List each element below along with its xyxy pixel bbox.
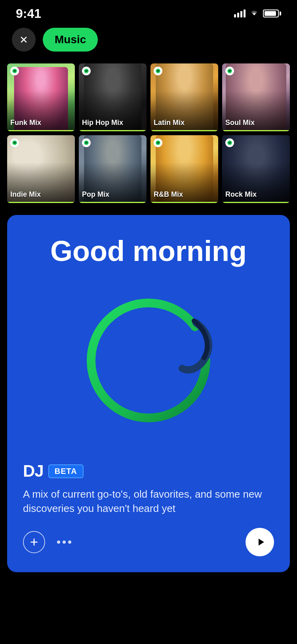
spotify-icon: [154, 138, 162, 147]
spotify-icon: [82, 138, 91, 147]
svg-point-8: [91, 303, 206, 418]
spotify-icon: [82, 67, 91, 75]
close-button[interactable]: [12, 28, 36, 52]
beta-badge: BETA: [48, 464, 84, 478]
mix-label-funk: Funk Mix: [7, 116, 75, 131]
mix-label-soul: Soul Mix: [222, 116, 290, 131]
mix-label-pop: Pop Mix: [79, 188, 147, 203]
dot-icon: [68, 540, 71, 544]
mix-card-funk[interactable]: Funk Mix: [7, 63, 75, 131]
mix-label-hiphop: Hip Hop Mix: [79, 116, 147, 131]
mix-label-rock: Rock Mix: [222, 188, 290, 203]
spotify-icon: [10, 67, 19, 75]
greeting-text: Good morning: [50, 235, 247, 267]
status-icons: [234, 9, 281, 19]
play-icon: [255, 536, 267, 548]
status-bar: 9:41: [0, 0, 297, 24]
mix-label-rnb: R&B Mix: [150, 188, 218, 203]
dj-swirl-visual: [77, 287, 220, 430]
close-icon: [19, 35, 29, 44]
mix-card-pop[interactable]: Pop Mix: [79, 135, 147, 203]
play-button[interactable]: [246, 528, 274, 556]
dj-card[interactable]: Good morning DJ BETA A mix of current go…: [7, 215, 290, 572]
header-controls: Music: [0, 24, 297, 59]
dj-bottom-area: DJ BETA A mix of current go-to's, old fa…: [23, 462, 274, 556]
spotify-icon: [225, 138, 234, 147]
dot-icon: [63, 540, 66, 544]
mix-label-latin: Latin Mix: [150, 116, 218, 131]
mix-label-indie: Indie Mix: [7, 188, 75, 203]
dj-left-actions: [23, 531, 71, 553]
mix-card-rock[interactable]: Rock Mix: [222, 135, 290, 203]
battery-icon: [263, 10, 281, 17]
more-options-button[interactable]: [57, 540, 71, 544]
plus-icon: [29, 537, 39, 547]
mixes-grid: Funk MixHip Hop MixLatin MixSoul MixIndi…: [0, 59, 297, 207]
spotify-icon: [10, 138, 19, 147]
dj-label: DJ: [23, 462, 44, 481]
signal-icon: [234, 10, 246, 17]
dj-description: A mix of current go-to's, old favorites,…: [23, 487, 274, 516]
spotify-icon: [225, 67, 234, 75]
spotify-icon: [154, 67, 162, 75]
add-button[interactable]: [23, 531, 45, 553]
music-filter-button[interactable]: Music: [43, 28, 98, 52]
dj-label-row: DJ BETA: [23, 462, 274, 481]
dj-actions: [23, 528, 274, 556]
mix-card-indie[interactable]: Indie Mix: [7, 135, 75, 203]
mix-card-latin[interactable]: Latin Mix: [150, 63, 218, 131]
mix-card-hiphop[interactable]: Hip Hop Mix: [79, 63, 147, 131]
wifi-icon: [249, 9, 259, 19]
mix-card-soul[interactable]: Soul Mix: [222, 63, 290, 131]
mix-card-rnb[interactable]: R&B Mix: [150, 135, 218, 203]
status-time: 9:41: [16, 6, 41, 21]
dot-icon: [57, 540, 60, 544]
